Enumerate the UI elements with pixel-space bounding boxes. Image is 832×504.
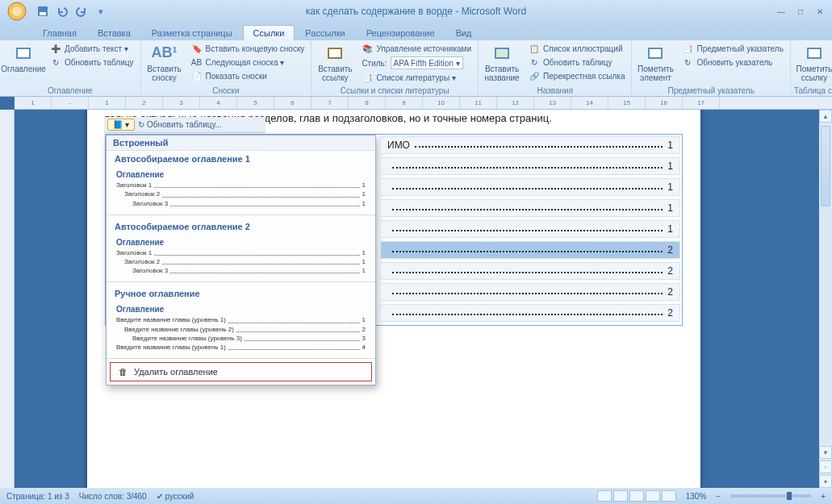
citation-icon [324,44,346,63]
toc-entry[interactable]: 1 [380,220,680,238]
tab-вставка[interactable]: Вставка [87,25,141,40]
toc-entry[interactable]: 1 [380,157,680,175]
gallery-item-title[interactable]: Ручное оглавление [107,285,375,300]
gallery-preview[interactable]: ОглавлениеЗаголовок 11Заголовок 21Заголо… [116,169,366,208]
refresh-icon: ↻ [50,56,61,68]
save-icon[interactable] [36,4,50,19]
draft-view[interactable] [662,490,676,502]
delete-icon: 🗑 [119,367,128,377]
cross-reference-button[interactable]: 🔗Перекрестная ссылка [525,69,628,82]
update-index-button[interactable]: ↻Обновить указатель [679,56,786,69]
group-index: Пометить элемент 📑Предметный указатель ↻… [632,40,790,96]
toc-entry[interactable]: 2 [380,262,680,280]
ribbon-tabs: ГлавнаяВставкаРазметка страницыСсылкиРас… [0,23,832,40]
group-toc: Оглавление ➕Добавить текст ▾ ↻Обновить т… [0,40,141,96]
insert-citation-button[interactable]: Вставить ссылку [315,42,355,84]
prev-page-button[interactable]: ◦ [819,460,832,473]
svg-rect-3 [40,12,46,15]
next-page-button[interactable]: ▾ [819,475,832,488]
insert-footnote-button[interactable]: AB¹ Вставить сноску [144,42,185,84]
ribbon: Оглавление ➕Добавить текст ▾ ↻Обновить т… [0,40,832,97]
figure-list-button[interactable]: 📋Список иллюстраций [525,42,628,55]
manage-sources-button[interactable]: 📚Управление источниками [358,42,475,55]
toc-entry[interactable]: 1 [380,199,680,217]
reading-view[interactable] [613,490,628,502]
book-icon: 📘 [113,120,123,129]
svg-point-1 [12,6,22,16]
insert-caption-button[interactable]: Вставить название [482,42,522,84]
tab-рецензирование[interactable]: Рецензирование [356,25,445,40]
outline-view[interactable] [646,490,660,502]
mark-citation-button[interactable]: Пометить ссылку [794,42,832,84]
tab-рассылки[interactable]: Рассылки [295,25,355,40]
view-buttons [597,490,676,502]
redo-icon[interactable] [74,4,89,19]
group-captions: Вставить название 📋Список иллюстраций ↻О… [479,40,632,96]
scroll-down-button[interactable]: ▼ [819,446,832,459]
office-button[interactable] [3,0,31,23]
bibliography-button[interactable]: 📑Список литературы ▾ [358,71,475,84]
zoom-slider[interactable] [730,494,811,498]
qat-more-icon[interactable]: ▾ [94,4,108,19]
toc-entry[interactable]: 2 [380,241,680,259]
toc-button[interactable]: Оглавление [3,42,44,75]
update-caption-table-button[interactable]: ↻Обновить таблицу [525,56,628,69]
toc-entry[interactable]: 1 [380,178,680,196]
toc-icon [12,44,35,63]
vertical-ruler[interactable] [0,110,15,488]
scroll-thumb[interactable] [821,126,830,206]
zoom-out-button[interactable]: − [716,492,721,501]
add-text-button[interactable]: ➕Добавить текст ▾ [47,42,137,55]
footnote-icon: AB¹ [153,44,176,63]
mark-cite-icon [803,44,826,63]
zoom-level[interactable]: 130% [686,492,707,501]
status-lang[interactable]: ✔ русский [157,492,194,501]
toc-field-menu-button[interactable]: 📘▾ [107,119,135,131]
remove-toc-action[interactable]: 🗑Удалить оглавление [110,362,372,381]
toc-field-toolbar: 📘▾ ↻Обновить таблицу... [104,117,265,133]
style-dropdown[interactable]: Стиль: APA Fifth Edition▾ [358,56,475,70]
tab-разметка страницы[interactable]: Разметка страницы [141,25,243,40]
toc-entry[interactable]: ИМО1 [380,136,680,154]
title-bar: ▾ как сделать содержание в ворде - Micro… [0,0,832,23]
web-view[interactable] [629,490,644,502]
toc-entry[interactable]: 2 [380,304,680,322]
print-layout-view[interactable] [597,490,612,502]
toc-update-button[interactable]: ↻Обновить таблицу... [138,120,222,129]
gallery-preview[interactable]: ОглавлениеЗаголовок 11Заголовок 21Заголо… [116,236,366,276]
group-footnotes: AB¹ Вставить сноску 🔖Вставить концевую с… [141,40,312,96]
caption-icon [491,44,513,63]
spellcheck-icon: ✔ [157,492,163,501]
window-title: как сделать содержание в ворде - Microso… [306,6,526,17]
plus-icon: ➕ [50,43,61,54]
group-authorities: Пометить ссылку Таблица ссылок [791,40,832,96]
gallery-item-title[interactable]: Автособираемое оглавление 2 [107,219,375,233]
close-button[interactable]: ✕ [811,5,829,18]
mark-entry-button[interactable]: Пометить элемент [635,42,675,84]
insert-endnote-button[interactable]: 🔖Вставить концевую сноску [188,42,308,55]
scroll-up-button[interactable]: ▲ [819,110,832,123]
tab-вид[interactable]: Вид [445,25,483,40]
vertical-scrollbar[interactable]: ▲ ▼ ◦ ▾ [819,110,832,488]
tab-ссылки[interactable]: Ссылки [243,25,295,40]
minimize-button[interactable]: — [772,5,790,18]
maximize-button[interactable]: □ [792,5,809,18]
tab-главная[interactable]: Главная [32,25,87,40]
workspace: 1-1234567891011121314151617 только актуа… [0,97,832,488]
next-footnote-button[interactable]: ABСледующая сноска ▾ [188,56,308,69]
insert-index-button[interactable]: 📑Предметный указатель [679,42,786,55]
zoom-in-button[interactable]: + [821,492,826,501]
status-bar: Страница: 1 из 3 Число слов: 3/460 ✔ рус… [0,488,832,504]
toc-field[interactable]: 📘▾ ↻Обновить таблицу... ВстроенныйАвтосо… [105,134,683,326]
gallery-preview[interactable]: ОглавлениеВведите название главы (уровен… [116,303,366,352]
toc-entry[interactable]: 2 [380,283,680,301]
document-canvas: только актуальные названия разделов, гла… [15,110,819,488]
show-footnotes-button[interactable]: 📄Показать сноски [188,69,308,82]
horizontal-ruler[interactable]: 1-1234567891011121314151617 [15,97,832,110]
gallery-item-title[interactable]: Автособираемое оглавление 1 [107,151,375,165]
undo-icon[interactable] [55,4,69,19]
update-table-button[interactable]: ↻Обновить таблицу [47,56,137,69]
toc-gallery-dropdown: ВстроенныйАвтособираемое оглавление 1Огл… [106,135,376,385]
status-page[interactable]: Страница: 1 из 3 [6,492,69,501]
status-words[interactable]: Число слов: 3/460 [79,492,147,501]
